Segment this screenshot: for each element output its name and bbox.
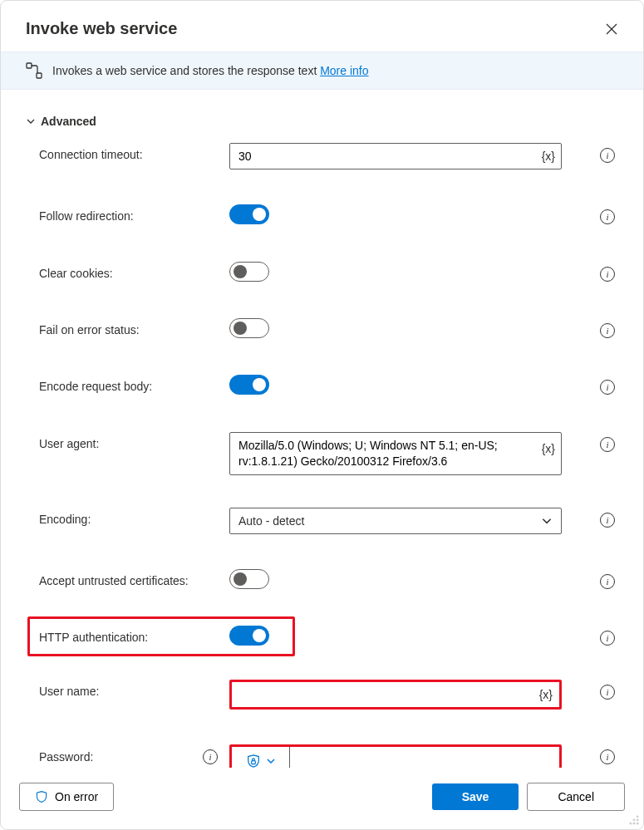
- info-icon[interactable]: i: [203, 749, 218, 764]
- svg-point-7: [633, 819, 636, 822]
- shield-lock-icon: [246, 754, 261, 768]
- resize-grip-icon[interactable]: [628, 814, 640, 826]
- highlight-username: {x}: [229, 680, 562, 710]
- row-connection-timeout: Connection timeout: {x} i: [26, 143, 618, 169]
- row-username: User name: {x} i: [26, 680, 618, 710]
- svg-point-6: [637, 819, 639, 822]
- banner-desc: Invokes a web service and stores the res…: [52, 64, 317, 77]
- label-http-auth: HTTP authentication:: [26, 626, 229, 644]
- on-error-label: On error: [55, 790, 98, 803]
- info-icon[interactable]: i: [600, 437, 615, 452]
- row-user-agent: User agent: {x} i: [26, 432, 618, 478]
- info-icon[interactable]: i: [600, 749, 615, 764]
- flow-icon: [26, 62, 42, 79]
- highlight-password: [229, 744, 562, 768]
- row-http-auth: HTTP authentication: i: [26, 626, 618, 648]
- svg-rect-2: [27, 63, 32, 68]
- row-accept-untrusted: Accept untrusted certificates: i: [26, 569, 618, 591]
- label-fail-on-error: Fail on error status:: [26, 318, 229, 336]
- accept-untrusted-toggle[interactable]: [229, 569, 269, 589]
- shield-icon: [35, 790, 48, 803]
- clear-cookies-toggle[interactable]: [229, 262, 269, 282]
- svg-point-5: [637, 815, 639, 818]
- svg-rect-3: [37, 73, 42, 78]
- svg-rect-4: [251, 760, 255, 764]
- label-password-text: Password:: [39, 750, 93, 764]
- save-button[interactable]: Save: [432, 783, 519, 810]
- cancel-button[interactable]: Cancel: [527, 783, 625, 811]
- encoding-value: Auto - detect: [238, 514, 304, 528]
- password-mode-dropdown[interactable]: [232, 747, 290, 768]
- variable-picker-icon[interactable]: {x}: [542, 150, 555, 163]
- advanced-label: Advanced: [41, 115, 96, 128]
- variable-picker-icon[interactable]: {x}: [542, 442, 555, 455]
- info-icon[interactable]: i: [600, 574, 615, 589]
- row-encode-body: Encode request body: i: [26, 375, 618, 397]
- form-body[interactable]: Advanced Connection timeout: {x} i Follo…: [1, 90, 643, 768]
- advanced-section-toggle[interactable]: Advanced: [26, 115, 618, 128]
- info-icon[interactable]: i: [600, 685, 615, 700]
- on-error-button[interactable]: On error: [19, 783, 114, 811]
- info-icon[interactable]: i: [600, 148, 615, 163]
- password-input[interactable]: [290, 747, 559, 768]
- encoding-select[interactable]: Auto - detect: [229, 508, 562, 534]
- invoke-web-service-dialog: Invoke web service Invokes a web service…: [0, 0, 644, 830]
- info-icon[interactable]: i: [600, 513, 615, 528]
- fail-on-error-toggle[interactable]: [229, 318, 269, 338]
- info-icon[interactable]: i: [600, 209, 615, 224]
- dialog-header: Invoke web service: [1, 1, 643, 52]
- label-username: User name:: [26, 680, 229, 698]
- chevron-down-icon: [541, 515, 553, 527]
- dialog-title: Invoke web service: [26, 19, 177, 38]
- label-clear-cookies: Clear cookies:: [26, 262, 229, 280]
- follow-redirection-toggle[interactable]: [229, 204, 269, 224]
- svg-point-10: [629, 823, 632, 825]
- info-icon[interactable]: i: [600, 323, 615, 338]
- chevron-down-icon: [266, 756, 276, 766]
- label-follow-redirection: Follow redirection:: [26, 204, 229, 223]
- svg-point-8: [637, 823, 639, 825]
- connection-timeout-input[interactable]: [229, 143, 562, 169]
- username-input[interactable]: [232, 682, 559, 707]
- label-user-agent: User agent:: [26, 432, 229, 450]
- info-icon[interactable]: i: [600, 267, 615, 282]
- label-accept-untrusted: Accept untrusted certificates:: [26, 569, 229, 587]
- label-encode-body: Encode request body:: [26, 375, 229, 393]
- row-clear-cookies: Clear cookies: i: [26, 262, 618, 283]
- svg-point-9: [633, 823, 636, 825]
- description-banner: Invokes a web service and stores the res…: [1, 52, 643, 90]
- label-encoding: Encoding:: [26, 508, 229, 526]
- more-info-link[interactable]: More info: [320, 64, 368, 77]
- row-encoding: Encoding: Auto - detect i: [26, 508, 618, 534]
- row-fail-on-error: Fail on error status: i: [26, 318, 618, 340]
- close-icon[interactable]: [603, 21, 620, 37]
- banner-text: Invokes a web service and stores the res…: [52, 64, 369, 77]
- info-icon[interactable]: i: [600, 380, 615, 395]
- dialog-footer: On error Save Cancel: [1, 768, 643, 829]
- http-auth-toggle[interactable]: [229, 626, 269, 646]
- label-connection-timeout: Connection timeout:: [26, 143, 229, 161]
- variable-picker-icon[interactable]: {x}: [539, 688, 553, 701]
- user-agent-input[interactable]: [229, 432, 562, 475]
- row-password: Password: i: [26, 744, 618, 768]
- chevron-down-icon: [26, 116, 36, 126]
- info-icon[interactable]: i: [600, 631, 615, 646]
- row-follow-redirection: Follow redirection: i: [26, 204, 618, 227]
- encode-body-toggle[interactable]: [229, 375, 269, 395]
- label-password: Password: i: [26, 744, 229, 764]
